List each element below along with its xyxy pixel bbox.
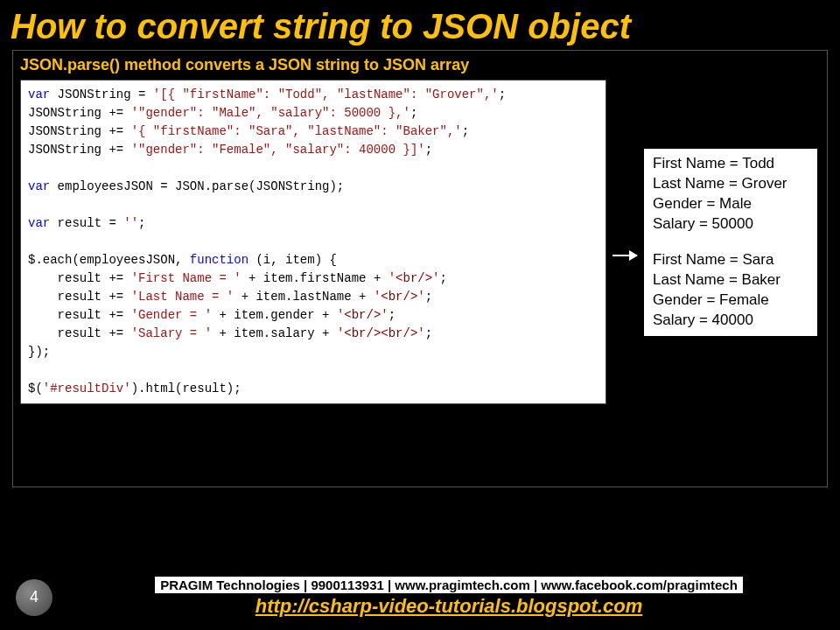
output-line: Last Name = Baker: [653, 270, 808, 290]
company-info: PRAGIM Technologies | 9900113931 | www.p…: [155, 577, 743, 593]
output-line: Salary = 40000: [653, 311, 808, 331]
content-panel: JSON.parse() method converts a JSON stri…: [12, 50, 828, 487]
slide-title: How to convert string to JSON object: [0, 0, 840, 50]
output-line: First Name = Todd: [653, 154, 808, 174]
footer: 4 PRAGIM Technologies | 9900113931 | www…: [0, 577, 840, 618]
arrow-column: [612, 80, 638, 256]
output-line: First Name = Sara: [653, 250, 808, 270]
output-line: Last Name = Grover: [653, 174, 808, 194]
page-number-badge: 4: [16, 579, 52, 616]
footer-text: PRAGIM Technologies | 9900113931 | www.p…: [74, 577, 824, 618]
subtitle: JSON.parse() method converts a JSON stri…: [20, 56, 820, 74]
footer-url-link[interactable]: http://csharp-video-tutorials.blogspot.c…: [74, 595, 824, 618]
output-line: Gender = Female: [653, 290, 808, 311]
output-line: Gender = Male: [653, 194, 808, 214]
output-block: First Name = Todd Last Name = Grover Gen…: [643, 148, 818, 337]
code-block: var JSONString = '[{ "firstName": "Todd"…: [20, 80, 606, 404]
output-line: Salary = 50000: [653, 214, 808, 234]
code-output-row: var JSONString = '[{ "firstName": "Todd"…: [20, 80, 820, 404]
arrow-icon: [612, 255, 637, 256]
